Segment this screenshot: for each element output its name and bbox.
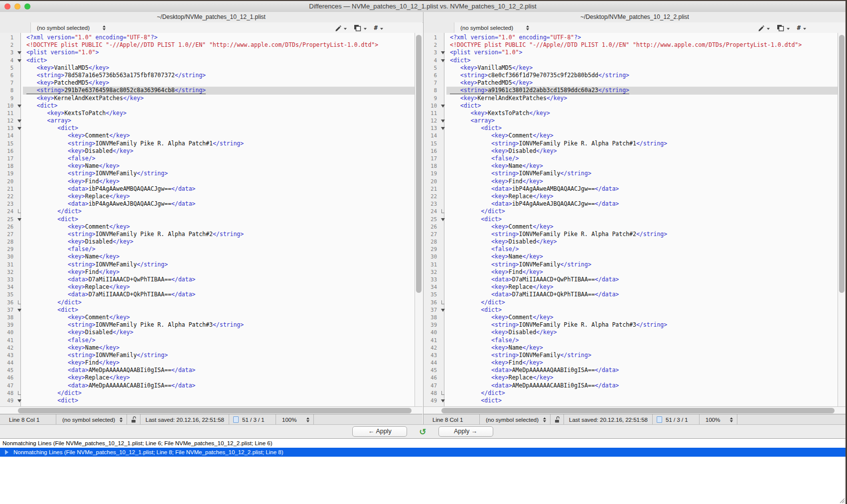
code-text[interactable]: <dict>: [23, 57, 415, 64]
code-line[interactable]: 27 <string>IONVMeFamily Pike R. Alpha Pa…: [424, 231, 838, 238]
code-text[interactable]: <plist version="1.0">: [23, 49, 415, 56]
code-text[interactable]: <key>Disabled</key>: [23, 147, 415, 155]
code-text[interactable]: <key>Find</key>: [23, 268, 415, 276]
code-text[interactable]: <data>D7aMiIIAAACD+QkPhTIBAA==</data>: [23, 291, 415, 298]
code-text[interactable]: <data>AMeDpAAAAAAQAABIi0gISA==</data>: [23, 367, 415, 374]
code-text[interactable]: <string>IONVMeFamily Pike R. Alpha Patch…: [23, 140, 415, 147]
code-text[interactable]: <key>KextsToPatch</key>: [23, 110, 415, 117]
code-line[interactable]: 46 <key>Replace</key>: [0, 374, 415, 381]
horizontal-scrollbar[interactable]: [0, 406, 423, 414]
fold-open-arrow-icon[interactable]: [441, 127, 445, 130]
code-text[interactable]: <key>Find</key>: [446, 268, 838, 276]
write-protect-toggle[interactable]: [127, 414, 141, 425]
code-text[interactable]: <dict>: [446, 397, 838, 404]
code-line[interactable]: 33 <data>D7aMiIIAAACD+QwPhTIBAA==</data>: [424, 276, 838, 283]
code-line[interactable]: 14 <key>Comment</key>: [424, 132, 838, 139]
right-code-editor[interactable]: 1<?xml version="1.0" encoding="UTF-8"?>2…: [424, 33, 846, 406]
code-text[interactable]: <string>IONVMeFamily</string>: [23, 170, 415, 177]
code-text[interactable]: <data>ibP4AgAAweAMBQAQAACJgw==</data>: [446, 185, 838, 193]
code-line[interactable]: 3<plist version="1.0">: [424, 49, 838, 56]
code-text[interactable]: <key>Find</key>: [23, 178, 415, 185]
code-line[interactable]: 32 <key>Find</key>: [0, 268, 415, 276]
fold-open-arrow-icon[interactable]: [441, 218, 445, 221]
code-line[interactable]: 16 <key>Disabled</key>: [0, 147, 415, 155]
fold-open-arrow-icon[interactable]: [17, 105, 21, 108]
code-text[interactable]: </dict>: [446, 208, 838, 215]
code-text[interactable]: <string>c8e0cf366f1d79e70735c9f22b80b5dd…: [446, 72, 838, 79]
code-text[interactable]: <key>Find</key>: [446, 359, 838, 367]
code-line[interactable]: 25 <dict>: [424, 216, 838, 223]
code-text[interactable]: <string>IONVMeFamily Pike R. Alpha Patch…: [23, 231, 415, 238]
code-text[interactable]: <string>IONVMeFamily Pike R. Alpha Patch…: [446, 140, 838, 147]
fold-open-arrow-icon[interactable]: [17, 309, 21, 312]
difference-list-item[interactable]: Nonmatching Lines (File NVMe_patches_10_…: [0, 439, 846, 448]
code-text[interactable]: </dict>: [23, 389, 415, 397]
documents-menu-caret[interactable]: [787, 28, 790, 30]
symbol-popup[interactable]: (no symbol selected): [460, 25, 529, 31]
code-text[interactable]: <dict>: [446, 102, 838, 110]
code-text[interactable]: <dict>: [23, 216, 415, 223]
code-text[interactable]: <data>ibP4AgAAweAMBQAQAACJgw==</data>: [23, 185, 415, 193]
code-line[interactable]: 7 <key>PatchedMD5</key>: [0, 79, 415, 87]
fold-open-arrow-icon[interactable]: [17, 59, 21, 62]
code-line[interactable]: 14 <key>Comment</key>: [0, 132, 415, 139]
code-line[interactable]: 9 <key>KernelAndKextPatches</key>: [0, 95, 415, 102]
code-line[interactable]: 35 <data>D7aMiIIAAACD+QkPhTIBAA==</data>: [0, 291, 415, 298]
fold-open-arrow-icon[interactable]: [17, 127, 21, 130]
code-text[interactable]: <key>KextsToPatch</key>: [446, 110, 838, 117]
code-line[interactable]: 13 <dict>: [0, 125, 415, 132]
code-text[interactable]: <key>VanillaMD5</key>: [446, 64, 838, 72]
code-text[interactable]: <plist version="1.0">: [446, 49, 838, 56]
code-line[interactable]: 36 </dict>: [0, 299, 415, 306]
left-code-editor[interactable]: 1<?xml version="1.0" encoding="UTF-8"?>2…: [0, 33, 423, 406]
horizontal-scrollbar-thumb[interactable]: [441, 408, 835, 413]
code-text[interactable]: <key>Disabled</key>: [446, 238, 838, 246]
code-line[interactable]: 36 </dict>: [424, 299, 838, 306]
apply-left-button[interactable]: ← Apply: [352, 426, 407, 437]
code-line[interactable]: 44 <key>Find</key>: [0, 359, 415, 367]
code-text[interactable]: <key>Name</key>: [23, 344, 415, 352]
code-line[interactable]: 5 <key>VanillaMD5</key>: [0, 64, 415, 72]
code-text[interactable]: <key>Comment</key>: [23, 223, 415, 231]
code-text[interactable]: <string>a91961c38012d2abb3cd1589ddc60a23…: [446, 87, 838, 94]
documents-menu-caret[interactable]: [364, 28, 367, 30]
code-text[interactable]: <dict>: [446, 57, 838, 64]
code-line[interactable]: 6 <string>78d587a16e5736b563a175fbf87073…: [0, 72, 415, 79]
code-text[interactable]: <false/>: [446, 246, 838, 253]
code-line[interactable]: 4<dict>: [0, 57, 415, 64]
fold-open-arrow-icon[interactable]: [441, 120, 445, 123]
code-text[interactable]: <key>Name</key>: [23, 253, 415, 260]
code-line[interactable]: 49 <dict>: [424, 397, 838, 404]
pencil-menu-caret[interactable]: [344, 28, 347, 30]
code-line[interactable]: 43 <string>IONVMeFamily</string>: [424, 352, 838, 359]
text-zoom-popup[interactable]: 100%: [700, 414, 737, 425]
code-line[interactable]: 19 <string>IONVMeFamily</string>: [424, 170, 838, 177]
code-text[interactable]: <key>Find</key>: [23, 359, 415, 367]
code-line[interactable]: 49 <dict>: [0, 397, 415, 404]
code-text[interactable]: <dict>: [23, 397, 415, 404]
code-line[interactable]: 32 <key>Find</key>: [424, 268, 838, 276]
code-text[interactable]: <key>Replace</key>: [446, 283, 838, 291]
code-line[interactable]: 11 <key>KextsToPatch</key>: [0, 110, 415, 117]
code-text[interactable]: <key>Replace</key>: [23, 283, 415, 291]
code-text[interactable]: <dict>: [446, 125, 838, 132]
code-text[interactable]: <key>Replace</key>: [446, 374, 838, 381]
code-text[interactable]: <key>Comment</key>: [446, 223, 838, 231]
code-text[interactable]: <false/>: [23, 337, 415, 344]
code-text[interactable]: <key>Name</key>: [446, 253, 838, 260]
code-line[interactable]: 39 <string>IONVMeFamily Pike R. Alpha Pa…: [424, 321, 838, 329]
code-line[interactable]: 7 <key>PatchedMD5</key>: [424, 79, 838, 87]
code-text[interactable]: <key>Disabled</key>: [446, 329, 838, 336]
code-line[interactable]: 46 <key>Replace</key>: [424, 374, 838, 381]
code-text[interactable]: <key>Name</key>: [446, 162, 838, 170]
code-text[interactable]: <string>IONVMeFamily</string>: [446, 261, 838, 268]
difference-list-item-selected[interactable]: Nonmatching Lines (File NVMe_patches_10_…: [0, 448, 846, 457]
code-text[interactable]: <key>Replace</key>: [23, 374, 415, 381]
code-text[interactable]: <false/>: [446, 337, 838, 344]
disclosure-triangle-icon[interactable]: [5, 450, 8, 455]
code-text[interactable]: <string>291b7e63764598ac8052c8a363964cb8…: [23, 87, 415, 94]
line-numbers-icon[interactable]: #: [797, 24, 801, 31]
code-line[interactable]: 33 <data>D7aMiIIAAACD+QwPhTIBAA==</data>: [0, 276, 415, 283]
code-line[interactable]: 1<?xml version="1.0" encoding="UTF-8"?>: [424, 34, 838, 41]
code-text[interactable]: <dict>: [446, 216, 838, 223]
